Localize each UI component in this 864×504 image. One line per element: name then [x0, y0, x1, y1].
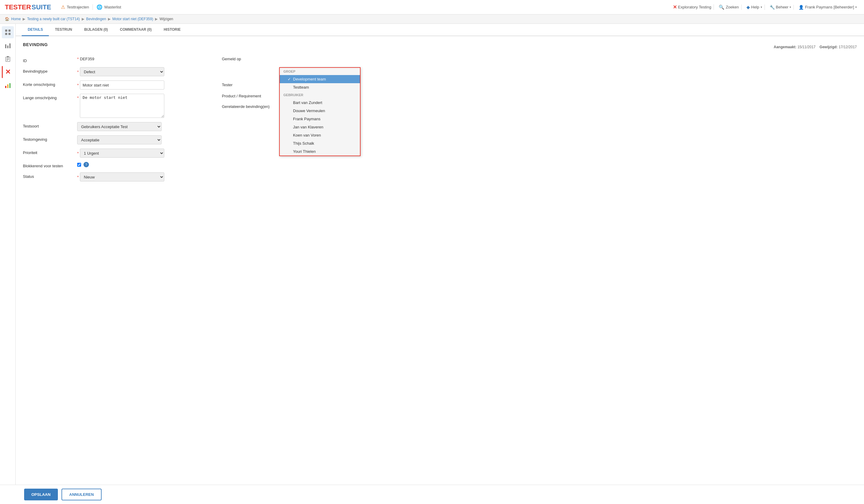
gerelateerde-bevinding-label: Gerelateerde bevinding(en) [222, 104, 282, 109]
id-required: * [77, 57, 79, 61]
id-row: ID * DEF359 [23, 57, 210, 63]
exploratory-testing-btn[interactable]: ✕ Exploratory Testing [671, 4, 714, 10]
testomgeving-select[interactable]: Acceptatie Productie Test [77, 135, 161, 144]
bevindingtype-select[interactable]: Defect Verbetering Vraag [80, 67, 164, 76]
testsoort-select[interactable]: Gebruikers Acceptatie Test Systeem Test … [77, 122, 161, 131]
tester-label: Tester [222, 83, 282, 87]
grid-icon [5, 29, 11, 35]
blokkerend-controls: ? [77, 162, 89, 167]
breadcrumb-def359[interactable]: Motor start niet (DEF359) [112, 17, 153, 21]
bart-label: Bart van Zundert [293, 100, 322, 105]
save-button[interactable]: OPSLAAN [24, 489, 58, 500]
breadcrumb-sep-4: ▶ [155, 17, 158, 21]
sidebar-item-clipboard[interactable] [2, 53, 14, 65]
dropdown-item-thijs[interactable]: Thijs Schalk [280, 139, 360, 147]
svg-rect-12 [5, 86, 6, 88]
help-btn[interactable]: ◆ Help ▾ [744, 4, 765, 10]
sidebar-item-barchart[interactable] [2, 79, 14, 91]
dropdown-item-douwe[interactable]: Douwe Vermeulen [280, 107, 360, 115]
product-requirement-label: Product / Requirement [222, 94, 282, 98]
globe-icon: 🌐 [96, 4, 103, 10]
sidebar-item-x[interactable]: ✕ [2, 66, 14, 78]
development-team-label: Development team [293, 77, 326, 81]
testomgeving-label: Testomgeving [23, 135, 77, 142]
blokkerend-label: Blokkerend voor testen [23, 162, 77, 168]
dropdown-item-testteam[interactable]: Testteam [280, 83, 360, 91]
header-nav: ⚠ Testtrajecten 🌐 Masterlist [61, 4, 121, 10]
behandelaar-row: Behandelaar GROEP ✓ Development team [222, 67, 857, 76]
svg-rect-2 [5, 33, 7, 35]
lange-required: * [77, 94, 79, 100]
douwe-label: Douwe Vermeulen [293, 109, 325, 113]
check-icon: ✓ [287, 77, 291, 81]
nav-masterlist[interactable]: 🌐 Masterlist [93, 4, 121, 10]
dropdown-item-koen[interactable]: Koen van Voren [280, 131, 360, 139]
logo-tester: TESTER [5, 3, 31, 11]
svg-rect-4 [5, 44, 6, 48]
tab-commentaar[interactable]: COMMENTAAR (0) [114, 24, 158, 36]
help-label: Help [751, 5, 759, 9]
tab-testrun[interactable]: TESTRUN [49, 24, 78, 36]
status-label: Status [23, 172, 77, 179]
breadcrumb-tst14[interactable]: Testing a newly built car (TST14) [27, 17, 80, 21]
bevindingtype-label: Bevindingtype [23, 67, 77, 74]
sidebar-item-chart[interactable] [2, 39, 14, 51]
logo-suite: SUITE [32, 3, 51, 11]
prioriteit-row: Prioriteit * 1 Urgent 2 Hoog 3 Middel 4 … [23, 148, 210, 158]
nav-testtrajecten[interactable]: ⚠ Testtrajecten [61, 4, 89, 10]
status-select[interactable]: Nieuw In behandeling Opgelost Gesloten [80, 172, 164, 181]
sidebar-item-grid[interactable] [2, 26, 14, 38]
dropdown-item-bart[interactable]: Bart van Zundert [280, 98, 360, 107]
search-icon: 🔍 [719, 4, 724, 10]
aangemaakt-label: Aangemaakt: [773, 45, 796, 49]
bar-chart-icon [5, 82, 11, 88]
id-value: DEF359 [80, 57, 94, 61]
jan-label: Jan van Klaveren [293, 125, 323, 129]
dropdown-item-youri[interactable]: Youri Thielen [280, 147, 360, 156]
lange-omschrijving-textarea[interactable]: De motor start niet [80, 94, 164, 118]
beheer-label: Beheer [776, 5, 789, 9]
behandelaar-dropdown[interactable]: GROEP ✓ Development team Testteam GEBRUI… [279, 67, 361, 156]
svg-rect-14 [9, 83, 11, 88]
wrench-icon: 🔧 [770, 5, 775, 10]
dropdown-item-jan[interactable]: Jan van Klaveren [280, 123, 360, 131]
testomgeving-row: Testomgeving Acceptatie Productie Test [23, 135, 210, 144]
svg-rect-5 [7, 46, 9, 48]
beheer-btn[interactable]: 🔧 Beheer ▾ [767, 5, 794, 10]
cancel-button[interactable]: ANNULEREN [61, 489, 102, 500]
svg-rect-8 [7, 56, 9, 58]
breadcrumb-sep-1: ▶ [23, 17, 25, 21]
thijs-label: Thijs Schalk [293, 141, 314, 146]
user-btn[interactable]: 👤 Frank Paymans [Beheerder] ▾ [796, 5, 859, 10]
status-row: Status * Nieuw In behandeling Opgelost G… [23, 172, 210, 181]
breadcrumb-wijzigen: Wijzigen [159, 17, 173, 21]
beheer-chevron: ▾ [790, 5, 791, 9]
sidebar: ✕ [0, 24, 16, 503]
breadcrumb-home[interactable]: Home [11, 17, 21, 21]
koen-label: Koen van Voren [293, 133, 321, 137]
content: DETAILS TESTRUN BIJLAGEN (0) COMMENTAAR … [16, 24, 864, 503]
dropdown-item-development-team[interactable]: ✓ Development team [280, 75, 360, 83]
help-chevron: ▾ [760, 5, 762, 9]
prioriteit-select[interactable]: 1 Urgent 2 Hoog 3 Middel 4 Laag [80, 148, 164, 158]
gewijzigd-value: 17/12/2017 [839, 45, 857, 49]
gebruiker-section-label: GEBRUIKER [280, 91, 360, 98]
lange-omschrijving-row: Lange omschrijving * De motor start niet [23, 94, 210, 118]
main-layout: ✕ DETAILS TESTRUN BIJLAGEN (0) COMMENTAA… [0, 24, 864, 503]
tab-details[interactable]: DETAILS [22, 24, 49, 36]
breadcrumb: 🏠 Home ▶ Testing a newly built car (TST1… [0, 14, 864, 24]
tab-historie[interactable]: HISTORIE [158, 24, 187, 36]
svg-rect-3 [9, 33, 11, 35]
dropdown-item-frank[interactable]: Frank Paymans [280, 115, 360, 123]
tab-bijlagen[interactable]: BIJLAGEN (0) [78, 24, 114, 36]
logo: TESTERSUITE [5, 3, 51, 11]
user-chevron: ▾ [855, 5, 857, 9]
zoeken-btn[interactable]: 🔍 Zoeken [716, 4, 741, 10]
user-icon: 👤 [799, 5, 804, 10]
korte-omschrijving-input[interactable] [80, 81, 164, 89]
blokkerend-help-icon[interactable]: ? [84, 162, 89, 167]
breadcrumb-bevindingen[interactable]: Bevindingen [86, 17, 106, 21]
header-right: ✕ Exploratory Testing 🔍 Zoeken ◆ Help ▾ … [671, 4, 859, 10]
aangemaakt-value: 15/11/2017 [797, 45, 815, 49]
blokkerend-checkbox[interactable] [77, 163, 81, 167]
